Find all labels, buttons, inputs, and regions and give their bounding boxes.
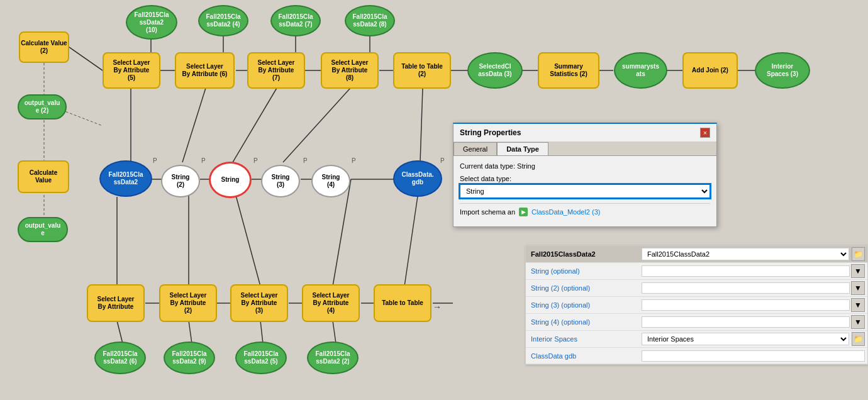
tab-general[interactable]: General (453, 142, 497, 155)
output-value-2-node[interactable]: output_value (2) (18, 94, 67, 119)
fall2015-5-node[interactable]: Fall2015ClassData2 (5) (235, 342, 287, 374)
string4-optional-label: String (4) (optional) (526, 316, 639, 328)
svg-line-28 (260, 321, 263, 343)
svg-line-37 (182, 88, 206, 162)
workflow-canvas: Calculate Value (2) output_value (2) Fal… (0, 0, 868, 400)
string-optional-dropdown[interactable]: ▼ (851, 264, 865, 278)
fall2015-9-node[interactable]: Fall2015ClassData2 (9) (164, 342, 215, 374)
fall2015-7-node[interactable]: Fall2015ClassData2 (7) (270, 5, 321, 36)
classdata-gdb-label: ClassData gdb (526, 350, 639, 362)
panel-body: Current data type: String Select data ty… (453, 156, 716, 226)
import-icon: ▶ (519, 208, 528, 216)
import-label: Import schema an (460, 208, 515, 216)
select-type-row: Select data type: String Long Double Dat… (460, 175, 710, 198)
string3-optional-dropdown[interactable]: ▼ (851, 298, 865, 312)
slba-b3-node[interactable]: Select LayerBy Attribute(3) (230, 284, 288, 322)
svg-line-14 (69, 47, 103, 70)
slba-b4-node[interactable]: Select LayerBy Attribute(4) (302, 284, 360, 322)
calc-value-2-node[interactable]: Calculate Value (2) (19, 31, 69, 63)
p-label-1: P (153, 157, 157, 164)
string-2-node[interactable]: String(2) (161, 165, 200, 197)
svg-line-38 (233, 88, 277, 162)
slba-8-node[interactable]: Select LayerBy Attribute(8) (321, 52, 379, 89)
parameter-panel: Fall2015ClassData2 Fall2015ClassData2 📁 … (525, 245, 868, 365)
param-header: Fall2015ClassData2 Fall2015ClassData2 📁 (526, 246, 867, 263)
param-interior-spaces: Interior Spaces Interior Spaces 📁 (526, 331, 867, 348)
p-label-6: P (440, 157, 445, 164)
selected-classdata-3-node[interactable]: SelectedClassData (3) (467, 52, 523, 89)
string-properties-panel: String Properties × General Data Type Cu… (453, 123, 717, 227)
add-join-2-node[interactable]: Add Join (2) (682, 52, 738, 89)
string4-optional-input[interactable] (642, 316, 850, 328)
param-string3-optional: String (3) (optional) ▼ (526, 297, 867, 314)
slba-5-node[interactable]: Select LayerBy Attribute(5) (103, 52, 160, 89)
calc-value-node[interactable]: CalculateValue (18, 160, 69, 193)
fall2015-2-node[interactable]: Fall2015ClassData2 (2) (307, 342, 359, 374)
fall2015-select[interactable]: Fall2015ClassData2 (642, 248, 849, 260)
interior-spaces-browse[interactable]: 📁 (852, 332, 865, 346)
fall2015-blue-node[interactable]: Fall2015ClassData2 (99, 160, 152, 197)
summarystats-node[interactable]: summarystsats (614, 52, 667, 89)
param-string-optional: String (optional) ▼ (526, 263, 867, 280)
param-string2-optional: String (2) (optional) ▼ (526, 280, 867, 297)
slba-6-node[interactable]: Select LayerBy Attribute (6) (175, 52, 235, 89)
string2-optional-input[interactable] (642, 282, 850, 294)
panel-titlebar: String Properties × (453, 124, 716, 142)
current-type-label: Current data type: String (460, 162, 710, 170)
p-label-5: P (352, 157, 356, 164)
interior-spaces-label: Interior Spaces (526, 333, 639, 345)
import-link[interactable]: ClassData_Model2 (3) (531, 208, 600, 216)
slba-7-node[interactable]: Select LayerBy Attribute(7) (247, 52, 305, 89)
import-schema-row: Import schema an ▶ ClassData_Model2 (3) (460, 208, 710, 216)
data-type-select[interactable]: String Long Double Date (460, 184, 710, 198)
param-header-name: Fall2015ClassData2 (526, 248, 639, 260)
fall2015-8-node[interactable]: Fall2015ClassData2 (8) (345, 5, 395, 36)
param-string4-optional: String (4) (optional) ▼ (526, 314, 867, 331)
interior-spaces-3-node[interactable]: InteriorSpaces (3) (755, 52, 810, 89)
p-label-4: P (303, 157, 308, 164)
arrow-right: → (433, 302, 442, 312)
table-to-table-b-node[interactable]: Table to Table (374, 284, 431, 322)
fall2015-6-node[interactable]: Fall2015ClassData2 (6) (94, 342, 146, 374)
slba-b1-node[interactable]: Select LayerBy Attribute (87, 284, 145, 322)
table-to-table-2-node[interactable]: Table to Table(2) (393, 52, 451, 89)
svg-line-26 (117, 321, 123, 343)
string-4-node[interactable]: String(4) (311, 165, 350, 197)
panel-tabs: General Data Type (453, 142, 716, 156)
string2-optional-dropdown[interactable]: ▼ (851, 281, 865, 295)
select-type-label: Select data type: (460, 175, 710, 182)
param-classdata-gdb: ClassData gdb (526, 348, 867, 364)
output-value-node[interactable]: output_value (18, 217, 68, 242)
string-optional-label: String (optional) (526, 265, 639, 277)
current-type-row: Current data type: String (460, 162, 710, 170)
string-3-node[interactable]: String(3) (261, 165, 300, 197)
fall2015-browse-btn[interactable]: 📁 (852, 247, 865, 261)
classdata-gdb-input[interactable] (642, 350, 865, 362)
svg-line-27 (189, 321, 192, 343)
panel-close-button[interactable]: × (700, 128, 710, 138)
interior-spaces-select[interactable]: Interior Spaces (642, 333, 849, 345)
fall2015-4-node[interactable]: Fall2015ClassData2 (4) (198, 5, 248, 36)
summary-statistics-2-node[interactable]: SummaryStatistics (2) (538, 52, 599, 89)
fall2015-10-node[interactable]: Fall2015ClassData2(10) (126, 5, 177, 40)
svg-line-40 (420, 88, 423, 162)
string3-optional-label: String (3) (optional) (526, 299, 639, 311)
tab-data-type[interactable]: Data Type (497, 142, 548, 155)
string-optional-input[interactable] (642, 265, 850, 277)
p-label-2: P (201, 157, 206, 164)
string3-optional-input[interactable] (642, 299, 850, 311)
svg-line-39 (283, 88, 350, 162)
slba-b2-node[interactable]: Select LayerBy Attribute(2) (159, 284, 217, 322)
string2-optional-label: String (2) (optional) (526, 282, 639, 294)
string-red-node[interactable]: String (209, 162, 252, 198)
string4-optional-dropdown[interactable]: ▼ (851, 315, 865, 329)
svg-line-29 (333, 321, 336, 343)
svg-line-0 (69, 47, 103, 70)
p-label-3: P (253, 157, 258, 164)
panel-title: String Properties (460, 128, 521, 137)
classdata-gdb-node[interactable]: ClassData.gdb (393, 160, 442, 197)
